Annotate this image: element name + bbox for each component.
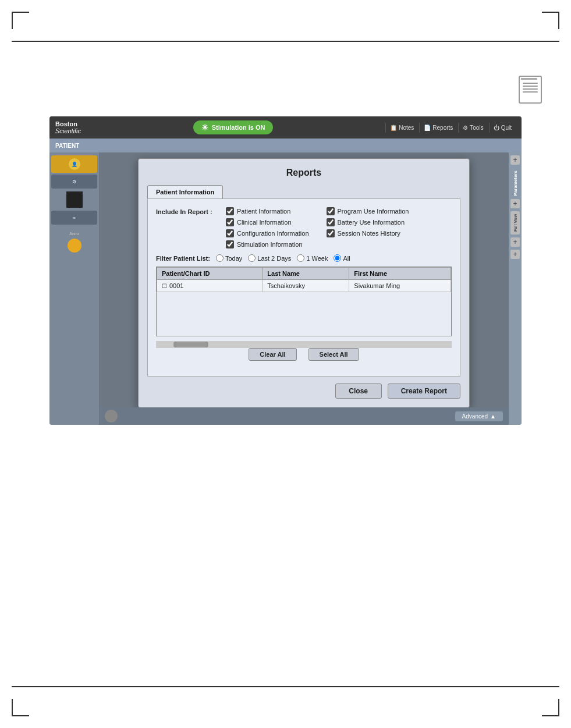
- col-last-name: Last Name: [263, 268, 349, 280]
- checkbox-config-info-label: Configuration Information: [237, 230, 309, 237]
- stim-badge-label: Stimulation is ON: [212, 124, 265, 131]
- clear-all-button[interactable]: Clear All: [249, 348, 296, 361]
- nav-notes[interactable]: 📋 Notes: [385, 123, 418, 133]
- tools-icon: ⚙: [463, 125, 468, 131]
- cell-chart-id: ☐0001: [157, 280, 263, 292]
- table-scrollbar[interactable]: [156, 341, 452, 348]
- checkbox-stim-info[interactable]: Stimulation Information: [226, 240, 309, 248]
- checkbox-session-notes-label: Session Notes History: [338, 230, 400, 237]
- modal-overlay: Reports Patient Information Include In R…: [99, 152, 509, 425]
- sidebar-settings-btn[interactable]: ⚙: [51, 175, 97, 189]
- include-row: Include In Report : Patient Information: [156, 207, 452, 248]
- table-row[interactable]: ☐0001 Tschaikovsky Sivakumar Ming: [157, 280, 451, 292]
- radio-all[interactable]: All: [334, 254, 350, 262]
- right-panel-parameters-label: Parameters: [513, 171, 518, 196]
- app-container: Boston Scientific ✳ Stimulation is ON 📋 …: [49, 116, 522, 425]
- nav-tools[interactable]: ⚙ Tools: [458, 123, 487, 133]
- checkbox-session-notes-input[interactable]: [327, 229, 335, 237]
- patient-tab[interactable]: PATIENT: [55, 143, 79, 149]
- filter-row: Filter Patient List: Today Last 2 Days: [156, 254, 452, 262]
- doc-line: [523, 91, 538, 93]
- radio-last2days-label: Last 2 Days: [257, 255, 291, 262]
- sidebar-patient-btn[interactable]: 👤: [51, 155, 97, 173]
- app-subheader: PATIENT: [49, 139, 522, 152]
- checkboxes-container: Patient Information Clinical Information…: [226, 207, 452, 248]
- include-label: Include In Report :: [156, 207, 226, 215]
- stim-star-icon: ✳: [201, 123, 208, 132]
- waveform-icon: ≈: [73, 215, 75, 221]
- nav-reports[interactable]: 📄 Reports: [419, 123, 457, 133]
- nav-notes-label: Notes: [399, 125, 414, 131]
- radio-1week[interactable]: 1 Week: [297, 254, 328, 262]
- close-button[interactable]: Close: [335, 383, 382, 399]
- advanced-arrow-icon: ▲: [490, 413, 496, 420]
- corner-br: [542, 699, 559, 716]
- sidebar-circle-btn[interactable]: [68, 239, 81, 253]
- right-panel-plus-btn-3[interactable]: +: [510, 237, 520, 247]
- anno-label: Anno: [51, 230, 97, 237]
- checkbox-config-info[interactable]: Configuration Information: [226, 229, 309, 237]
- checkbox-battery-use-label: Battery Use Information: [338, 219, 405, 226]
- radio-last2days[interactable]: Last 2 Days: [248, 254, 291, 262]
- patient-icon: 👤: [69, 158, 80, 170]
- radio-today[interactable]: Today: [216, 254, 242, 262]
- corner-bl: [12, 699, 29, 716]
- checkbox-program-use-input[interactable]: [327, 207, 335, 215]
- logo-boston: Boston: [55, 120, 81, 127]
- app-right-panel: + Parameters + Full View + +: [509, 152, 522, 425]
- reports-icon: 📄: [424, 125, 431, 131]
- checkbox-config-info-input[interactable]: [226, 229, 234, 237]
- right-panel-full-view[interactable]: Full View: [510, 211, 520, 235]
- checkbox-clinical-info-input[interactable]: [226, 218, 234, 226]
- advanced-label: Advanced: [462, 413, 488, 420]
- checkbox-patient-info[interactable]: Patient Information: [226, 207, 309, 215]
- checkbox-col-left: Patient Information Clinical Information…: [226, 207, 309, 248]
- radio-1week-label: 1 Week: [306, 255, 328, 262]
- radio-all-input[interactable]: [334, 254, 341, 262]
- app-logo: Boston Scientific: [55, 120, 81, 134]
- nav-tools-label: Tools: [470, 125, 483, 131]
- tab-row: Patient Information: [147, 185, 460, 198]
- page-border-bottom: [12, 686, 559, 687]
- doc-line: [523, 86, 538, 87]
- quit-icon: ⏻: [494, 125, 499, 131]
- checkbox-battery-use[interactable]: Battery Use Information: [327, 218, 409, 226]
- radio-today-input[interactable]: [216, 254, 224, 262]
- app-header: Boston Scientific ✳ Stimulation is ON 📋 …: [49, 116, 522, 139]
- bottom-dot: [105, 410, 118, 422]
- dialog-content: Include In Report : Patient Information: [147, 198, 460, 377]
- tab-patient-information[interactable]: Patient Information: [147, 185, 223, 198]
- checkbox-patient-info-input[interactable]: [226, 207, 234, 215]
- advanced-button[interactable]: Advanced ▲: [455, 411, 503, 421]
- checkbox-stim-info-label: Stimulation Information: [237, 241, 303, 248]
- cell-first-name: Sivakumar Ming: [349, 280, 451, 292]
- right-panel-plus-btn-4[interactable]: +: [510, 250, 520, 259]
- notes-icon: 📋: [390, 125, 397, 131]
- sidebar-black-square: [66, 191, 83, 208]
- checkbox-battery-use-input[interactable]: [327, 218, 335, 226]
- doc-line: [523, 83, 538, 84]
- reports-title: Reports: [147, 168, 460, 178]
- create-report-button[interactable]: Create Report: [388, 383, 460, 399]
- checkbox-program-use[interactable]: Program Use Information: [327, 207, 409, 215]
- checkbox-patient-info-label: Patient Information: [237, 208, 290, 215]
- nav-reports-label: Reports: [432, 125, 453, 131]
- select-all-button[interactable]: Select All: [308, 348, 359, 361]
- sidebar-waveform-btn[interactable]: ≈: [51, 211, 97, 225]
- radio-last2days-input[interactable]: [248, 254, 256, 262]
- checkbox-clinical-info-label: Clinical Information: [237, 219, 292, 226]
- corner-tl: [12, 12, 29, 29]
- table-header-row: Patient/Chart ID Last Name First Name: [157, 268, 451, 280]
- app-nav: 📋 Notes 📄 Reports ⚙ Tools ⏻ Quit: [385, 123, 516, 133]
- checkbox-clinical-info[interactable]: Clinical Information: [226, 218, 309, 226]
- right-panel-plus-btn-2[interactable]: +: [510, 199, 520, 208]
- settings-icon: ⚙: [72, 179, 76, 184]
- radio-1week-input[interactable]: [297, 254, 304, 262]
- checkbox-stim-info-input[interactable]: [226, 240, 234, 248]
- checkbox-session-notes[interactable]: Session Notes History: [327, 229, 409, 237]
- nav-quit[interactable]: ⏻ Quit: [489, 123, 516, 133]
- right-panel-plus-btn[interactable]: +: [510, 155, 520, 165]
- patient-table: Patient/Chart ID Last Name First Name ☐0…: [157, 267, 451, 292]
- corner-tr: [542, 12, 559, 29]
- checkbox-program-use-label: Program Use Information: [338, 208, 409, 215]
